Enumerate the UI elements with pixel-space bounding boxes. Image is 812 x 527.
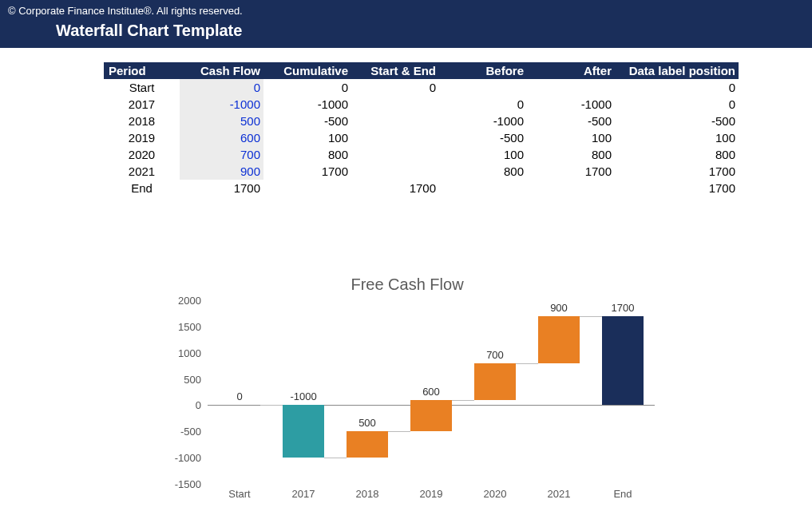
table-cell: 100: [615, 129, 739, 146]
chart-title: Free Cash Flow: [160, 275, 655, 294]
connector-line: [580, 316, 602, 317]
table-cell: 1700: [351, 180, 439, 196]
table-cell: -500: [263, 113, 351, 129]
col-after-header: After: [527, 62, 615, 79]
y-tick-label: -1000: [175, 452, 208, 464]
col-period-header: Period: [104, 62, 180, 79]
table-cell: -1000: [527, 96, 615, 113]
connector-line: [452, 400, 474, 401]
table-cell: 100: [263, 129, 351, 146]
table-cell: -500: [527, 113, 615, 129]
x-tick-label: 2017: [275, 488, 332, 500]
table-cell: 2021: [104, 163, 180, 180]
connector-line: [324, 458, 347, 458]
data-table-wrap: Period Cash Flow Cumulative Start & End …: [104, 62, 812, 196]
waterfall-bar: [410, 400, 452, 431]
table-cell: -1000: [180, 96, 263, 113]
data-label: 900: [530, 302, 588, 314]
table-cell: [263, 180, 351, 196]
table-cell: [527, 79, 615, 96]
y-tick-label: 0: [196, 399, 208, 411]
table-cell: -500: [439, 129, 527, 146]
table-cell: 0: [615, 79, 739, 96]
table-cell: 1700: [615, 180, 739, 196]
table-cell: 0: [351, 79, 439, 96]
table-header-row: Period Cash Flow Cumulative Start & End …: [104, 62, 739, 79]
table-cell: [527, 180, 615, 196]
page-title: Waterfall Chart Template: [56, 22, 804, 40]
col-startend-header: Start & End: [351, 62, 439, 79]
table-cell: [351, 129, 439, 146]
x-tick-label: 2019: [402, 488, 460, 500]
x-tick-label: 2020: [466, 488, 524, 500]
waterfall-bar: [347, 431, 388, 458]
x-tick-label: 2021: [530, 488, 588, 500]
table-cell: 800: [615, 146, 739, 163]
y-tick-label: -500: [180, 426, 208, 438]
table-cell: End: [104, 180, 180, 196]
table-cell: 100: [527, 129, 615, 146]
data-label: 0: [211, 390, 268, 402]
table-cell: 1700: [263, 163, 351, 180]
table-cell: Start: [104, 79, 180, 96]
table-row: 2018500-500-1000-500-500: [104, 113, 739, 129]
table-cell: [439, 180, 527, 196]
data-label: -1000: [275, 390, 332, 402]
table-cell: 0: [615, 96, 739, 113]
table-cell: [351, 96, 439, 113]
table-cell: 1700: [615, 163, 739, 180]
table-cell: 500: [180, 113, 263, 129]
table-row: 2021900170080017001700: [104, 163, 739, 180]
table-cell: 800: [263, 146, 351, 163]
y-tick-label: -1500: [175, 478, 208, 490]
col-cashflow-header: Cash Flow: [180, 62, 263, 79]
table-cell: [439, 79, 527, 96]
y-tick-label: 2000: [178, 295, 208, 307]
y-tick-label: 1500: [178, 320, 208, 332]
table-cell: 1700: [527, 163, 615, 180]
table-row: Start0000: [104, 79, 739, 96]
waterfall-bar: [283, 405, 324, 458]
table-cell: -1000: [439, 113, 527, 129]
table-cell: 2019: [104, 129, 180, 146]
table-cell: 600: [180, 129, 263, 146]
connector-line: [516, 363, 538, 364]
table-cell: [351, 113, 439, 129]
col-cumulative-header: Cumulative: [263, 62, 351, 79]
table-cell: 900: [180, 163, 263, 180]
table-row: 2019600100-500100100: [104, 129, 739, 146]
chart-plot-area: -1500-1000-5000500100015002000Start02017…: [208, 300, 655, 484]
connector-line: [260, 405, 283, 406]
table-cell: [351, 163, 439, 180]
data-table: Period Cash Flow Cumulative Start & End …: [104, 62, 739, 196]
data-label: 1700: [594, 302, 652, 314]
table-cell: -1000: [263, 96, 351, 113]
table-cell: 0: [180, 79, 263, 96]
y-tick-label: 500: [184, 373, 208, 385]
table-cell: 700: [180, 146, 263, 163]
data-label: 600: [402, 386, 460, 398]
table-cell: 2020: [104, 146, 180, 163]
table-cell: 100: [439, 146, 527, 163]
chart: Free Cash Flow -1500-1000-50005001000150…: [160, 275, 655, 515]
waterfall-bar: [474, 363, 516, 400]
table-row: 2017-1000-10000-10000: [104, 96, 739, 113]
waterfall-bar: [538, 316, 580, 363]
table-body: Start00002017-1000-10000-100002018500-50…: [104, 79, 739, 196]
table-row: End170017001700: [104, 180, 739, 196]
x-tick-label: 2018: [339, 488, 396, 500]
table-cell: 1700: [180, 180, 263, 196]
table-cell: 2018: [104, 113, 180, 129]
table-cell: [351, 146, 439, 163]
copyright-text: © Corporate Finance Institute®. All righ…: [8, 5, 804, 17]
table-row: 2020700800100800800: [104, 146, 739, 163]
waterfall-bar: [602, 316, 644, 406]
table-cell: 2017: [104, 96, 180, 113]
table-cell: 800: [527, 146, 615, 163]
x-tick-label: Start: [211, 488, 268, 500]
table-cell: -500: [615, 113, 739, 129]
header-bar: © Corporate Finance Institute®. All righ…: [0, 0, 812, 48]
table-cell: 800: [439, 163, 527, 180]
col-dlp-header: Data label position: [615, 62, 739, 79]
col-before-header: Before: [439, 62, 527, 79]
